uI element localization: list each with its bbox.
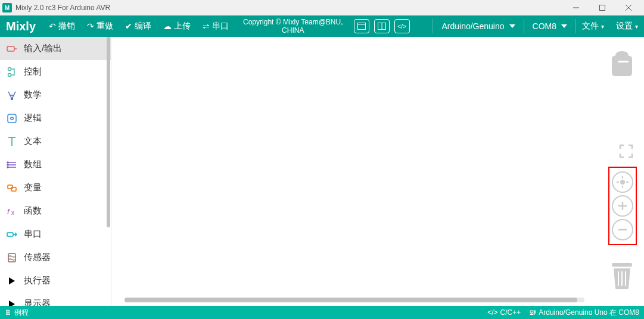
port-select[interactable]: COM8 [524,15,575,37]
svg-point-11 [8,73,11,76]
svg-rect-24 [11,187,16,191]
category-item[interactable]: 执行器 [0,269,111,292]
upload-label: 上传 [174,21,191,32]
zoom-controls-highlight [608,167,637,245]
category-icon [6,112,18,124]
category-label: 数组 [24,159,42,170]
category-label: 执行器 [24,275,51,286]
category-sidebar: 输入/输出控制数学逻辑文本数组变量fx函数串口传感器执行器显示器 [0,37,111,306]
category-label: 串口 [24,229,42,240]
view-code-button[interactable]: </> [394,19,410,33]
compile-button[interactable]: ✔编译 [119,15,157,37]
undo-button[interactable]: ↶撤销 [43,15,81,37]
settings-menu[interactable]: 设置▾ [610,15,644,37]
chevron-down-icon [561,24,567,28]
board-status[interactable]: 🖳 Arduino/Genuino Uno 在 COM8 [529,308,639,318]
undo-icon: ↶ [49,21,56,31]
example-button[interactable]: 🗎 例程 [5,308,29,318]
chevron-down-icon [509,24,515,28]
upload-icon: ☁ [163,21,172,31]
svg-point-33 [621,180,624,184]
category-item[interactable]: 输入/输出 [0,37,111,60]
category-item[interactable]: 数学 [0,83,111,107]
category-item[interactable]: fx函数 [0,199,111,223]
category-label: 变量 [24,182,42,193]
category-item[interactable]: 文本 [0,130,111,153]
close-button[interactable] [615,0,642,15]
category-label: 控制 [24,66,42,77]
zoom-center-button[interactable] [612,171,633,193]
redo-icon: ↷ [87,21,94,31]
svg-text:x: x [11,209,14,216]
svg-rect-27 [7,233,13,236]
category-icon [6,275,18,287]
board-status-label: Arduino/Genuino Uno 在 COM8 [539,308,639,318]
svg-rect-4 [357,23,365,30]
svg-text:f: f [7,207,10,216]
category-item[interactable]: 逻辑 [0,107,111,130]
category-label: 函数 [24,205,42,217]
view-split-button[interactable] [374,19,390,33]
serial-button[interactable]: ⇌串口 [197,15,235,37]
workspace-h-scrollbar[interactable] [125,298,584,302]
example-label: 例程 [14,308,29,318]
workspace[interactable] [111,37,644,306]
category-icon [6,159,18,171]
category-icon [6,66,18,78]
category-icon [6,89,18,101]
view-blocks-button[interactable] [354,19,369,33]
serial-label: 串口 [212,21,229,32]
category-item[interactable]: 显示器 [0,292,111,306]
svg-rect-41 [612,263,632,267]
fullscreen-button[interactable] [619,144,633,161]
category-label: 逻辑 [24,112,42,124]
category-item[interactable]: 传感器 [0,246,111,269]
svg-rect-23 [8,185,13,189]
zoom-out-button[interactable] [612,219,633,240]
language-label: C/C++ [500,308,521,317]
redo-button[interactable]: ↷重做 [81,15,119,37]
chip-icon: 🖳 [529,308,536,317]
category-icon [6,43,18,55]
file-menu[interactable]: 文件▾ [576,15,610,37]
backpack-button[interactable] [609,49,634,80]
board-select[interactable]: Arduino/Genuino [433,15,523,37]
window-title: Mixly 2.0 rc3 For Arduino AVR [15,4,110,12]
category-label: 传感器 [24,252,51,263]
status-bar: 🗎 例程 </> C/C++ 🖳 Arduino/Genuino Uno 在 C… [0,306,644,319]
port-label: COM8 [533,21,556,31]
redo-label: 重做 [97,21,113,32]
minimize-button[interactable] [563,0,589,15]
svg-point-20 [7,162,8,163]
zoom-in-button[interactable] [612,195,633,217]
svg-rect-1 [600,5,605,11]
category-icon: fx [6,205,18,217]
svg-rect-14 [8,114,16,123]
usb-icon: ⇌ [203,21,210,31]
svg-point-21 [7,164,8,165]
sidebar-scrollbar[interactable] [107,37,110,227]
category-item[interactable]: 串口 [0,223,111,246]
category-icon [6,298,18,307]
category-icon [6,182,18,194]
svg-point-22 [7,167,8,168]
app-icon: M [2,3,12,12]
upload-button[interactable]: ☁上传 [157,15,197,37]
category-label: 输入/输出 [24,43,62,54]
category-item[interactable]: 变量 [0,176,111,199]
category-label: 文本 [24,136,42,147]
category-item[interactable]: 数组 [0,153,111,176]
category-label: 显示器 [24,298,51,306]
title-bar: M Mixly 2.0 rc3 For Arduino AVR [0,0,644,15]
category-icon [6,252,18,264]
maximize-button[interactable] [589,0,615,15]
copyright: Copyright © Mixly Team@BNU, CHINA [235,18,351,35]
trash-button[interactable] [609,261,634,293]
category-icon [6,136,18,148]
language-indicator[interactable]: </> C/C++ [487,308,521,317]
category-item[interactable]: 控制 [0,60,111,83]
copyright-line-1: Copyright © Mixly Team@BNU, [243,18,343,26]
svg-point-10 [8,67,11,70]
settings-label: 设置 [616,21,633,32]
undo-label: 撤销 [58,21,75,32]
